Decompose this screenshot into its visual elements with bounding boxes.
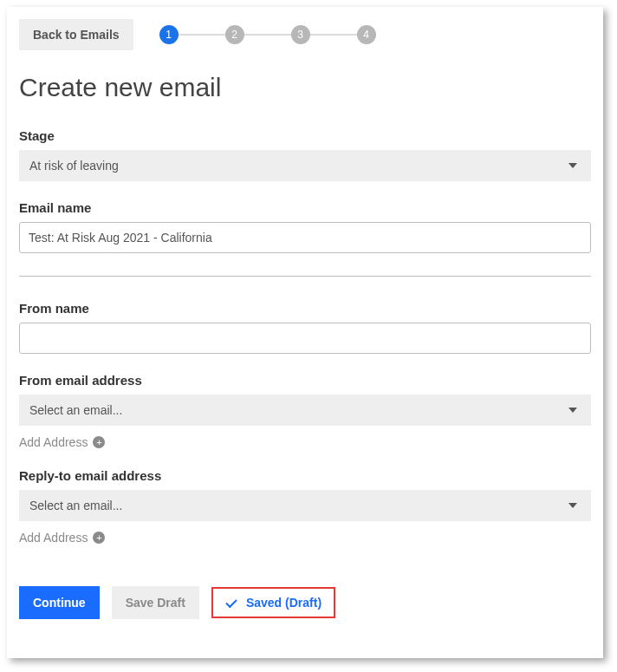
chevron-down-icon [568,503,577,508]
page-container: Back to Emails 1 2 3 4 Create new email … [7,7,603,658]
plus-icon: + [93,436,105,448]
step-2[interactable]: 2 [225,25,244,44]
step-line [179,34,225,36]
email-name-label: Email name [19,200,591,215]
save-draft-button[interactable]: Save Draft [112,586,199,619]
reply-to-label: Reply-to email address [19,468,591,483]
divider [19,276,591,277]
from-name-input[interactable] [19,323,591,354]
stage-selected-value: At risk of leaving [29,159,119,173]
stage-label: Stage [19,128,591,143]
saved-draft-label: Saved (Draft) [246,596,321,610]
from-name-label: From name [19,301,591,316]
step-1[interactable]: 1 [159,25,179,44]
add-from-address-label: Add Address [19,435,88,449]
reply-to-select[interactable]: Select an email... [19,490,591,521]
topbar: Back to Emails 1 2 3 4 [19,19,591,50]
saved-draft-badge: Saved (Draft) [211,587,335,618]
step-line [310,34,357,36]
stepper: 1 2 3 4 [159,25,376,44]
add-reply-to-address-link[interactable]: Add Address + [19,531,105,545]
footer: Continue Save Draft Saved (Draft) [19,586,591,619]
add-reply-to-address-label: Add Address [19,531,88,545]
chevron-down-icon [568,408,577,413]
page-title: Create new email [19,73,591,102]
from-email-label: From email address [19,373,591,388]
continue-button[interactable]: Continue [19,586,100,619]
from-email-select[interactable]: Select an email... [19,395,591,426]
chevron-down-icon [568,163,577,168]
step-line [244,34,291,36]
from-email-selected-value: Select an email... [29,403,122,417]
step-3[interactable]: 3 [291,25,310,44]
email-name-input[interactable] [19,222,591,253]
step-4[interactable]: 4 [357,25,376,44]
add-from-address-link[interactable]: Add Address + [19,435,105,449]
reply-to-selected-value: Select an email... [29,499,122,512]
plus-icon: + [93,532,105,544]
check-icon [225,597,237,609]
back-to-emails-button[interactable]: Back to Emails [19,19,133,50]
stage-select[interactable]: At risk of leaving [19,150,591,181]
